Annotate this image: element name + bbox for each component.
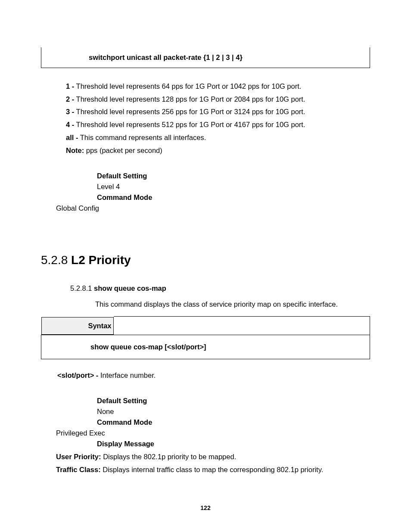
command-mode-label-2: Command Mode bbox=[97, 418, 370, 426]
default-setting-block-1: Default Setting Level 4 Command Mode bbox=[97, 172, 370, 202]
default-setting-label: Default Setting bbox=[97, 172, 370, 180]
level-all-def: all - This command represents all interf… bbox=[66, 131, 370, 144]
subsection-heading: 5.2.8.1 show queue cos-map bbox=[70, 284, 370, 292]
section-heading: 5.2.8 L2 Priority bbox=[41, 253, 370, 267]
command-mode-value-1: Global Config bbox=[56, 204, 370, 212]
command-mode-value-2: Privileged Exec bbox=[56, 429, 370, 437]
section-title: L2 Priority bbox=[71, 253, 131, 267]
subsection-number: 5.2.8.1 bbox=[70, 284, 94, 292]
page-content: switchport unicast all packet-rate {1 | … bbox=[0, 0, 411, 476]
display-message-label: Display Message bbox=[97, 440, 370, 448]
user-priority-line: User Priority: Displays the 802.1p prior… bbox=[56, 451, 370, 463]
level-3-def: 3 - Threshold level represents 256 pps f… bbox=[66, 106, 370, 118]
subsection-description: This command displays the class of servi… bbox=[95, 300, 370, 308]
note-line: Note: pps (packet per second) bbox=[66, 146, 370, 155]
level-2-def: 2 - Threshold level represents 128 pps f… bbox=[66, 93, 370, 106]
syntax-label: Syntax bbox=[41, 317, 114, 335]
traffic-class-line: Traffic Class: Displays internal traffic… bbox=[56, 464, 370, 476]
default-setting-label-2: Default Setting bbox=[97, 397, 370, 405]
subsection-title: show queue cos-map bbox=[94, 284, 166, 292]
threshold-definitions: 1 - Threshold level represents 64 pps fo… bbox=[66, 80, 370, 144]
display-message-block: Display Message bbox=[97, 440, 370, 448]
default-setting-block-2: Default Setting None Command Mode bbox=[97, 397, 370, 426]
subsection: 5.2.8.1 show queue cos-map This command … bbox=[70, 284, 370, 308]
command-syntax-box-2: show queue cos-map [<slot/port>] bbox=[41, 335, 370, 359]
default-setting-value: Level 4 bbox=[97, 183, 370, 191]
level-1-def: 1 - Threshold level represents 64 pps fo… bbox=[66, 80, 370, 93]
command-mode-label: Command Mode bbox=[97, 193, 370, 202]
syntax-table: Syntax show queue cos-map [<slot/port>] bbox=[41, 316, 370, 359]
section-number: 5.2.8 bbox=[41, 253, 71, 267]
syntax-blank bbox=[114, 317, 370, 335]
level-4-def: 4 - Threshold level represents 512 pps f… bbox=[66, 118, 370, 131]
slot-port-def: <slot/port> - Interface number. bbox=[57, 371, 370, 380]
page-number: 122 bbox=[0, 504, 411, 511]
default-setting-value-2: None bbox=[97, 408, 370, 416]
command-syntax-box-1: switchport unicast all packet-rate {1 | … bbox=[41, 47, 370, 68]
